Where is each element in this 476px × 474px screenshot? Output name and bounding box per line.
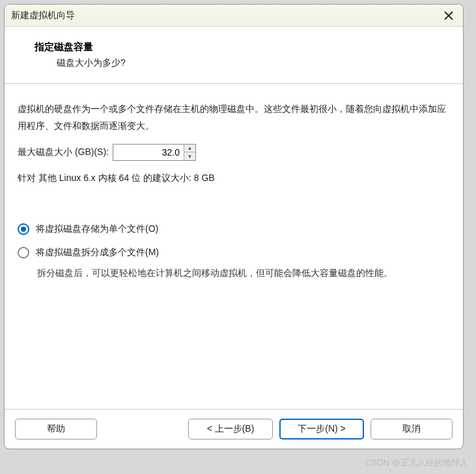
wizard-footer: 帮助 < 上一步(B) 下一步(N) > 取消 xyxy=(5,409,463,449)
close-button[interactable] xyxy=(441,8,456,23)
next-button[interactable]: 下一步(N) > xyxy=(279,419,364,439)
watermark-text: CSDN @正儿八经的地球人 xyxy=(365,457,468,469)
recommended-size-text: 针对 其他 Linux 6.x 内核 64 位 的建议大小: 8 GB xyxy=(18,173,450,184)
disk-size-spinner: ▲ ▼ xyxy=(113,144,196,161)
disk-size-label: 最大磁盘大小 (GB)(S): xyxy=(18,146,109,158)
titlebar: 新建虚拟机向导 xyxy=(5,5,463,27)
radio-split-files[interactable]: 将虚拟磁盘拆分成多个文件(M) xyxy=(18,247,450,258)
radio-single-file[interactable]: 将虚拟磁盘存储为单个文件(O) xyxy=(18,223,450,235)
wizard-content: 虚拟机的硬盘作为一个或多个文件存储在主机的物理磁盘中。这些文件最初很小，随着您向… xyxy=(5,84,463,409)
back-button[interactable]: < 上一步(B) xyxy=(188,419,273,439)
split-note: 拆分磁盘后，可以更轻松地在计算机之间移动虚拟机，但可能会降低大容量磁盘的性能。 xyxy=(37,265,450,282)
header-subtitle: 磁盘大小为多少? xyxy=(57,57,463,69)
dialog-title: 新建虚拟机向导 xyxy=(11,10,441,21)
header-title: 指定磁盘容量 xyxy=(35,41,463,53)
disk-size-input[interactable] xyxy=(113,145,184,160)
disk-size-row: 最大磁盘大小 (GB)(S): ▲ ▼ xyxy=(18,144,450,161)
cancel-button[interactable]: 取消 xyxy=(371,419,453,439)
radio-icon xyxy=(18,223,29,235)
disk-description: 虚拟机的硬盘作为一个或多个文件存储在主机的物理磁盘中。这些文件最初很小，随着您向… xyxy=(18,101,450,135)
wizard-header: 指定磁盘容量 磁盘大小为多少? xyxy=(5,27,463,84)
spinner-buttons: ▲ ▼ xyxy=(184,145,195,160)
help-button[interactable]: 帮助 xyxy=(15,419,97,439)
radio-single-label: 将虚拟磁盘存储为单个文件(O) xyxy=(36,223,158,235)
close-icon xyxy=(444,11,453,20)
radio-icon xyxy=(18,247,29,258)
spinner-up-button[interactable]: ▲ xyxy=(184,145,195,153)
new-vm-wizard-dialog: 新建虚拟机向导 指定磁盘容量 磁盘大小为多少? 虚拟机的硬盘作为一个或多个文件存… xyxy=(4,4,464,449)
radio-split-label: 将虚拟磁盘拆分成多个文件(M) xyxy=(36,247,159,258)
spinner-down-button[interactable]: ▼ xyxy=(184,152,195,160)
